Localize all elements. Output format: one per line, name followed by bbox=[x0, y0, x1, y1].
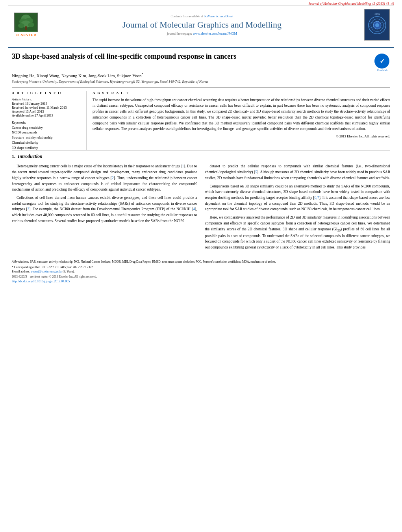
doi-anchor[interactable]: http://dx.doi.org/10.1016/j.jmgm.2013.04… bbox=[12, 280, 70, 283]
crossmark-label: CrossMark bbox=[374, 69, 390, 71]
article-main-title: 3D shape-based analysis of cell line-spe… bbox=[12, 52, 371, 61]
intro-para-2: Collections of cell lines derived from h… bbox=[12, 195, 197, 224]
abstract-copyright: © 2013 Elsevier Inc. All rights reserved… bbox=[93, 134, 390, 138]
svg-point-7 bbox=[28, 22, 34, 27]
affiliation-line: Sookmyung Women's University, Department… bbox=[12, 80, 390, 83]
doi-link[interactable]: http://dx.doi.org/10.1016/j.jmgm.2013.04… bbox=[12, 280, 390, 283]
svg-rect-5 bbox=[25, 26, 27, 30]
journal-cover-image: JMGM bbox=[364, 9, 390, 41]
article-info-abstract-section: A R T I C L E I N F O Article history: R… bbox=[12, 87, 390, 150]
abstract-column: A B S T R A C T The rapid increase in th… bbox=[93, 91, 390, 150]
keyword-4: Chemical similarity bbox=[12, 140, 82, 145]
email-footnote: E-mail address: yoonsj@sookmyung.ac.kr (… bbox=[12, 269, 390, 274]
corresponding-footnote: * Corresponding author. Tel.: +82 2 710 … bbox=[12, 265, 390, 269]
body-col-right: dataset to predict the cellular response… bbox=[205, 163, 391, 253]
section1-body: Heterogeneity among cancer cells is a ma… bbox=[0, 163, 402, 253]
article-title-section: 3D shape-based analysis of cell line-spe… bbox=[0, 48, 402, 83]
authors-line: Ningning He, Xiaoqi Wang, Nayoung Kim, J… bbox=[12, 72, 390, 78]
elsevier-tree-icon bbox=[14, 13, 38, 32]
corresponding-mark: * bbox=[142, 72, 143, 76]
keywords-label: Keywords: bbox=[12, 120, 82, 124]
crossmark-badge: ✓ CrossMark bbox=[374, 54, 390, 69]
journal-citation-top: Journal of Molecular Graphics and Modell… bbox=[0, 0, 402, 6]
email-link[interactable]: yoonsj@sookmyung.ac.kr bbox=[31, 270, 62, 273]
intro-para-3: dataset to predict the cellular response… bbox=[205, 163, 391, 181]
body-rule bbox=[12, 150, 390, 150]
article-info-header: A R T I C L E I N F O bbox=[12, 91, 82, 95]
crossmark-icon: ✓ bbox=[374, 54, 389, 69]
svg-text:✓: ✓ bbox=[380, 58, 385, 65]
article-title-row: 3D shape-based analysis of cell line-spe… bbox=[12, 52, 390, 69]
section1-title: 1. 1. IntroductionIntroduction bbox=[12, 154, 390, 159]
abbreviations-text: Abbreviations: SAR, structure–activity r… bbox=[12, 260, 390, 264]
journal-homepage: journal homepage: www.elsevier.com/locat… bbox=[44, 32, 360, 35]
available-date: Available online 27 April 2013 bbox=[12, 113, 82, 117]
history-label: Article history: bbox=[12, 97, 82, 101]
keywords-section: Keywords: Cancer drug sensitivity NCI60 … bbox=[12, 120, 82, 150]
footnotes-area: Abbreviations: SAR, structure–activity r… bbox=[12, 257, 390, 283]
journal-main-title: Journal of Molecular Graphics and Modell… bbox=[44, 20, 360, 30]
homepage-link[interactable]: www.elsevier.com/locate/JMGM bbox=[193, 32, 237, 35]
svg-point-12 bbox=[375, 23, 379, 27]
page: Journal of Molecular Graphics and Modell… bbox=[0, 0, 402, 532]
keyword-3: Structure–activity relationship bbox=[12, 135, 82, 140]
abbrev-content: SAR, structure–activity relationship; NC… bbox=[30, 260, 276, 263]
intro-para-1: Heterogeneity among cancer cells is a ma… bbox=[12, 163, 197, 193]
received-date: Received 16 January 2013 bbox=[12, 102, 82, 106]
journal-title-block: Contents lists available at SciVerse Sci… bbox=[44, 15, 360, 35]
article-info-column: A R T I C L E I N F O Article history: R… bbox=[12, 91, 87, 150]
keyword-5: 3D shape similarity bbox=[12, 145, 82, 150]
svg-text:JMGM: JMGM bbox=[374, 13, 380, 15]
body-col-left: Heterogeneity among cancer cells is a ma… bbox=[12, 163, 197, 253]
svg-point-6 bbox=[18, 23, 24, 28]
revised-date: Received in revised form 11 March 2013 bbox=[12, 106, 82, 109]
elsevier-text: ELSEVIER bbox=[15, 33, 37, 37]
section1-header: 1. 1. IntroductionIntroduction bbox=[0, 154, 402, 163]
accepted-date: Accepted 13 April 2013 bbox=[12, 109, 82, 113]
keyword-2: NCI60 compounds bbox=[12, 130, 82, 135]
sciverse-line: Contents lists available at SciVerse Sci… bbox=[44, 15, 360, 18]
article-history: Article history: Received 16 January 201… bbox=[12, 97, 82, 117]
sciverse-link[interactable]: SciVerse ScienceDirect bbox=[204, 15, 233, 18]
abstract-text: The rapid increase in the volume of high… bbox=[93, 97, 390, 132]
elsevier-logo: ELSEVIER bbox=[12, 13, 40, 37]
abbrev-label: Abbreviations: bbox=[12, 260, 29, 263]
issn-line: 1093-3263/$ – see front matter © 2013 El… bbox=[12, 275, 390, 278]
intro-para-5: Here, we comparatively analyzed the perf… bbox=[205, 215, 391, 250]
keyword-1: Cancer drug sensitivity bbox=[12, 125, 82, 130]
abstract-header: A B S T R A C T bbox=[93, 91, 390, 95]
intro-para-4: Comparisons based on 3D shape similarity… bbox=[205, 184, 391, 213]
journal-header-banner: ELSEVIER Contents lists available at Sci… bbox=[8, 6, 394, 44]
citation-text: Journal of Molecular Graphics and Modell… bbox=[309, 2, 394, 6]
